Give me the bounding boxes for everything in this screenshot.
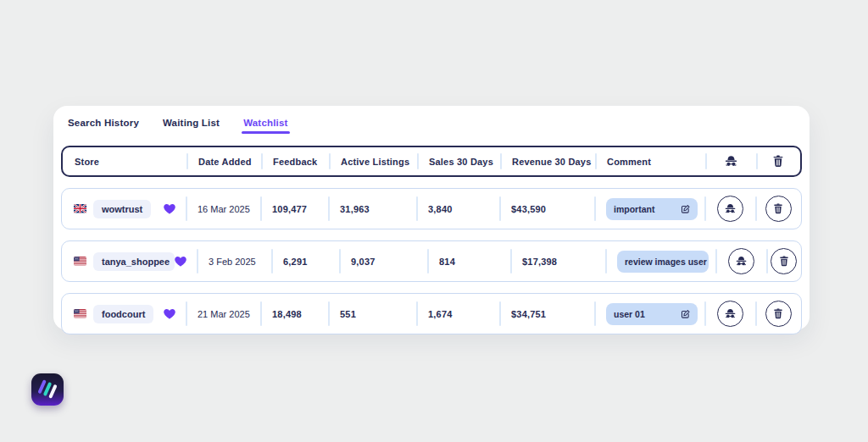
watchlist-panel: Search History Waiting List Watchlist St… — [53, 106, 810, 330]
comment-cell: review images user — [605, 241, 715, 281]
store-name-chip[interactable]: tanya_shoppee — [93, 252, 175, 271]
tab-watchlist[interactable]: Watchlist — [243, 118, 288, 134]
header-feedback: Feedback — [261, 147, 329, 175]
spy-incognito-icon — [724, 307, 737, 320]
spy-cell — [704, 294, 755, 334]
active-listings-cell: 31,963 — [328, 189, 416, 229]
comment-cell: important — [594, 189, 704, 229]
revenue-30-days-cell: $17,398 — [510, 241, 605, 281]
tab-bar: Search History Waiting List Watchlist — [68, 118, 802, 134]
header-spy-column — [705, 147, 756, 175]
delete-cell — [755, 294, 801, 334]
date-added-cell: 21 Mar 2025 — [186, 294, 260, 334]
header-active-listings: Active Listings — [329, 147, 417, 175]
date-added-cell: 16 Mar 2025 — [186, 189, 260, 229]
spy-cell — [704, 189, 755, 229]
header-revenue-30-days: Revenue 30 Days — [500, 147, 595, 175]
comment-chip[interactable]: review images user — [617, 251, 709, 273]
header-comment: Comment — [595, 147, 705, 175]
delete-button[interactable] — [765, 301, 792, 327]
spy-incognito-icon — [724, 202, 737, 215]
store-cell: tanya_shoppee — [62, 241, 197, 281]
table-row: tanya_shoppee 3 Feb 2025 6,291 9,037 814… — [61, 240, 802, 282]
spy-cell — [715, 241, 766, 281]
feedback-cell: 6,291 — [271, 241, 339, 281]
favorite-heart-icon[interactable] — [164, 203, 175, 214]
flag-gb-icon — [74, 204, 86, 213]
spy-button[interactable] — [717, 301, 743, 327]
header-store: Store — [63, 147, 186, 175]
delete-button[interactable] — [765, 196, 792, 222]
store-cell: wowtrust — [62, 189, 186, 229]
table-row: foodcourt 21 Mar 2025 18,498 551 1,674 $… — [61, 293, 802, 334]
spy-incognito-icon — [735, 255, 748, 268]
spy-incognito-icon — [724, 154, 738, 169]
store-name-chip[interactable]: wowtrust — [93, 200, 151, 218]
active-listings-cell: 9,037 — [339, 241, 427, 281]
table-row: wowtrust 16 Mar 2025 109,477 31,963 3,84… — [61, 188, 802, 229]
favorite-heart-icon[interactable] — [164, 308, 175, 319]
delete-cell — [755, 189, 801, 229]
logo-stripes-icon — [37, 379, 57, 399]
edit-comment-icon[interactable] — [681, 204, 690, 213]
trash-icon — [771, 154, 785, 169]
sales-30-days-cell: 1,674 — [416, 294, 499, 334]
header-sales-30-days: Sales 30 Days — [417, 147, 500, 175]
sales-30-days-cell: 814 — [427, 241, 510, 281]
spy-button[interactable] — [728, 248, 754, 274]
tab-waiting-list[interactable]: Waiting List — [163, 118, 220, 134]
revenue-30-days-cell: $34,751 — [499, 294, 594, 334]
store-name-chip[interactable]: foodcourt — [93, 305, 153, 323]
store-cell: foodcourt — [62, 294, 186, 334]
trash-icon — [778, 255, 790, 268]
flag-us-icon — [74, 309, 86, 318]
sales-30-days-cell: 3,840 — [416, 189, 499, 229]
app-logo — [31, 373, 64, 406]
trash-icon — [772, 307, 784, 320]
flag-us-icon — [74, 257, 86, 266]
comment-cell: user 01 — [594, 294, 704, 334]
date-added-cell: 3 Feb 2025 — [197, 241, 271, 281]
favorite-heart-icon[interactable] — [175, 256, 186, 267]
delete-button[interactable] — [771, 248, 797, 274]
comment-chip[interactable]: user 01 — [606, 303, 698, 325]
tab-search-history[interactable]: Search History — [68, 118, 139, 134]
trash-icon — [772, 202, 784, 215]
header-delete-column — [756, 147, 800, 175]
table-header-row: Store Date Added Feedback Active Listing… — [61, 146, 802, 177]
revenue-30-days-cell: $43,590 — [499, 189, 594, 229]
feedback-cell: 18,498 — [260, 294, 328, 334]
comment-chip[interactable]: important — [606, 198, 698, 220]
active-listings-cell: 551 — [328, 294, 416, 334]
edit-comment-icon[interactable] — [681, 309, 690, 318]
feedback-cell: 109,477 — [260, 189, 328, 229]
delete-cell — [766, 241, 801, 281]
header-date-added: Date Added — [186, 147, 261, 175]
spy-button[interactable] — [717, 196, 743, 222]
